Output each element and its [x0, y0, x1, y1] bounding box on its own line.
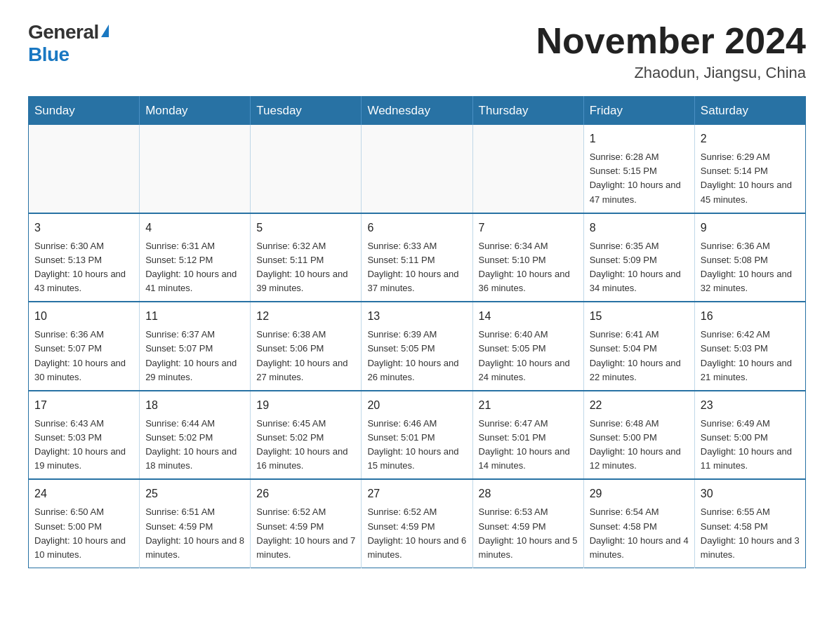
logo-triangle-icon — [101, 25, 109, 37]
day-number: 3 — [34, 220, 133, 236]
calendar-header-row: SundayMondayTuesdayWednesdayThursdayFrid… — [29, 97, 806, 126]
day-info: Sunrise: 6:31 AM Sunset: 5:12 PM Dayligh… — [145, 239, 244, 296]
logo-blue-text: Blue — [28, 43, 70, 65]
calendar-day-5: 5Sunrise: 6:32 AM Sunset: 5:11 PM Daylig… — [251, 213, 362, 302]
day-number: 19 — [256, 397, 355, 414]
calendar-empty-cell — [29, 125, 140, 213]
day-info: Sunrise: 6:40 AM Sunset: 5:05 PM Dayligh… — [479, 328, 578, 384]
day-info: Sunrise: 6:44 AM Sunset: 5:02 PM Dayligh… — [145, 417, 244, 474]
calendar-table: SundayMondayTuesdayWednesdayThursdayFrid… — [28, 96, 806, 568]
calendar-day-21: 21Sunrise: 6:47 AM Sunset: 5:01 PM Dayli… — [472, 391, 583, 480]
day-info: Sunrise: 6:30 AM Sunset: 5:13 PM Dayligh… — [34, 239, 133, 296]
calendar-empty-cell — [140, 125, 251, 213]
day-number: 15 — [590, 308, 689, 325]
day-info: Sunrise: 6:41 AM Sunset: 5:04 PM Dayligh… — [590, 328, 689, 384]
day-info: Sunrise: 6:37 AM Sunset: 5:07 PM Dayligh… — [145, 328, 244, 384]
calendar-day-14: 14Sunrise: 6:40 AM Sunset: 5:05 PM Dayli… — [472, 302, 583, 391]
calendar-day-17: 17Sunrise: 6:43 AM Sunset: 5:03 PM Dayli… — [29, 391, 140, 480]
calendar-day-1: 1Sunrise: 6:28 AM Sunset: 5:15 PM Daylig… — [583, 125, 694, 213]
calendar-day-16: 16Sunrise: 6:42 AM Sunset: 5:03 PM Dayli… — [694, 302, 805, 391]
calendar-day-12: 12Sunrise: 6:38 AM Sunset: 5:06 PM Dayli… — [251, 302, 362, 391]
month-title: November 2024 — [536, 21, 806, 61]
day-info: Sunrise: 6:50 AM Sunset: 5:00 PM Dayligh… — [34, 505, 133, 562]
day-number: 17 — [34, 397, 133, 414]
day-info: Sunrise: 6:39 AM Sunset: 5:05 PM Dayligh… — [367, 328, 466, 384]
day-number: 20 — [367, 397, 466, 414]
day-number: 23 — [701, 397, 800, 414]
page-header: General Blue November 2024 Zhaodun, Jian… — [28, 21, 806, 82]
day-number: 7 — [479, 220, 578, 236]
day-info: Sunrise: 6:42 AM Sunset: 5:03 PM Dayligh… — [701, 328, 800, 384]
calendar-week-row: 24Sunrise: 6:50 AM Sunset: 5:00 PM Dayli… — [29, 479, 806, 568]
calendar-day-10: 10Sunrise: 6:36 AM Sunset: 5:07 PM Dayli… — [29, 302, 140, 391]
calendar-empty-cell — [472, 125, 583, 213]
day-info: Sunrise: 6:52 AM Sunset: 4:59 PM Dayligh… — [256, 505, 355, 562]
day-info: Sunrise: 6:46 AM Sunset: 5:01 PM Dayligh… — [367, 417, 466, 474]
calendar-day-27: 27Sunrise: 6:52 AM Sunset: 4:59 PM Dayli… — [362, 479, 472, 568]
calendar-empty-cell — [251, 125, 362, 213]
day-number: 4 — [145, 220, 244, 236]
day-number: 11 — [145, 308, 244, 325]
calendar-day-18: 18Sunrise: 6:44 AM Sunset: 5:02 PM Dayli… — [140, 391, 251, 480]
day-number: 18 — [145, 397, 244, 414]
day-number: 16 — [701, 308, 800, 325]
day-number: 29 — [590, 485, 689, 502]
day-info: Sunrise: 6:34 AM Sunset: 5:10 PM Dayligh… — [479, 239, 578, 296]
day-number: 21 — [479, 397, 578, 414]
day-number: 1 — [590, 130, 689, 147]
day-info: Sunrise: 6:54 AM Sunset: 4:58 PM Dayligh… — [590, 505, 689, 562]
day-info: Sunrise: 6:33 AM Sunset: 5:11 PM Dayligh… — [367, 239, 466, 296]
weekday-header-friday: Friday — [583, 97, 694, 126]
day-number: 24 — [34, 485, 133, 502]
day-number: 22 — [590, 397, 689, 414]
day-number: 30 — [701, 485, 800, 502]
calendar-day-11: 11Sunrise: 6:37 AM Sunset: 5:07 PM Dayli… — [140, 302, 251, 391]
day-number: 5 — [256, 220, 355, 236]
day-info: Sunrise: 6:35 AM Sunset: 5:09 PM Dayligh… — [590, 239, 689, 296]
calendar-day-15: 15Sunrise: 6:41 AM Sunset: 5:04 PM Dayli… — [583, 302, 694, 391]
location: Zhaodun, Jiangsu, China — [536, 64, 806, 82]
day-info: Sunrise: 6:48 AM Sunset: 5:00 PM Dayligh… — [590, 417, 689, 474]
calendar-day-23: 23Sunrise: 6:49 AM Sunset: 5:00 PM Dayli… — [694, 391, 805, 480]
day-number: 25 — [145, 485, 244, 502]
weekday-header-tuesday: Tuesday — [251, 97, 362, 126]
calendar-day-25: 25Sunrise: 6:51 AM Sunset: 4:59 PM Dayli… — [140, 479, 251, 568]
day-info: Sunrise: 6:29 AM Sunset: 5:14 PM Dayligh… — [701, 150, 800, 207]
calendar-day-28: 28Sunrise: 6:53 AM Sunset: 4:59 PM Dayli… — [472, 479, 583, 568]
day-info: Sunrise: 6:32 AM Sunset: 5:11 PM Dayligh… — [256, 239, 355, 296]
day-info: Sunrise: 6:49 AM Sunset: 5:00 PM Dayligh… — [701, 417, 800, 474]
day-info: Sunrise: 6:45 AM Sunset: 5:02 PM Dayligh… — [256, 417, 355, 474]
calendar-day-19: 19Sunrise: 6:45 AM Sunset: 5:02 PM Dayli… — [251, 391, 362, 480]
day-number: 14 — [479, 308, 578, 325]
calendar-day-4: 4Sunrise: 6:31 AM Sunset: 5:12 PM Daylig… — [140, 213, 251, 302]
day-info: Sunrise: 6:47 AM Sunset: 5:01 PM Dayligh… — [479, 417, 578, 474]
day-number: 10 — [34, 308, 133, 325]
calendar-day-22: 22Sunrise: 6:48 AM Sunset: 5:00 PM Dayli… — [583, 391, 694, 480]
weekday-header-sunday: Sunday — [29, 97, 140, 126]
calendar-day-9: 9Sunrise: 6:36 AM Sunset: 5:08 PM Daylig… — [694, 213, 805, 302]
calendar-day-20: 20Sunrise: 6:46 AM Sunset: 5:01 PM Dayli… — [362, 391, 472, 480]
calendar-day-6: 6Sunrise: 6:33 AM Sunset: 5:11 PM Daylig… — [362, 213, 472, 302]
weekday-header-saturday: Saturday — [694, 97, 805, 126]
calendar-empty-cell — [362, 125, 472, 213]
day-info: Sunrise: 6:53 AM Sunset: 4:59 PM Dayligh… — [479, 505, 578, 562]
calendar-week-row: 10Sunrise: 6:36 AM Sunset: 5:07 PM Dayli… — [29, 302, 806, 391]
day-info: Sunrise: 6:51 AM Sunset: 4:59 PM Dayligh… — [145, 505, 244, 562]
weekday-header-monday: Monday — [140, 97, 251, 126]
calendar-week-row: 3Sunrise: 6:30 AM Sunset: 5:13 PM Daylig… — [29, 213, 806, 302]
day-info: Sunrise: 6:38 AM Sunset: 5:06 PM Dayligh… — [256, 328, 355, 384]
day-info: Sunrise: 6:28 AM Sunset: 5:15 PM Dayligh… — [590, 150, 689, 207]
calendar-week-row: 1Sunrise: 6:28 AM Sunset: 5:15 PM Daylig… — [29, 125, 806, 213]
day-number: 6 — [367, 220, 466, 236]
calendar-day-24: 24Sunrise: 6:50 AM Sunset: 5:00 PM Dayli… — [29, 479, 140, 568]
calendar-day-7: 7Sunrise: 6:34 AM Sunset: 5:10 PM Daylig… — [472, 213, 583, 302]
title-block: November 2024 Zhaodun, Jiangsu, China — [536, 21, 806, 82]
day-number: 8 — [590, 220, 689, 236]
day-number: 12 — [256, 308, 355, 325]
calendar-day-29: 29Sunrise: 6:54 AM Sunset: 4:58 PM Dayli… — [583, 479, 694, 568]
weekday-header-thursday: Thursday — [472, 97, 583, 126]
calendar-day-26: 26Sunrise: 6:52 AM Sunset: 4:59 PM Dayli… — [251, 479, 362, 568]
calendar-day-13: 13Sunrise: 6:39 AM Sunset: 5:05 PM Dayli… — [362, 302, 472, 391]
calendar-day-2: 2Sunrise: 6:29 AM Sunset: 5:14 PM Daylig… — [694, 125, 805, 213]
day-info: Sunrise: 6:36 AM Sunset: 5:07 PM Dayligh… — [34, 328, 133, 384]
